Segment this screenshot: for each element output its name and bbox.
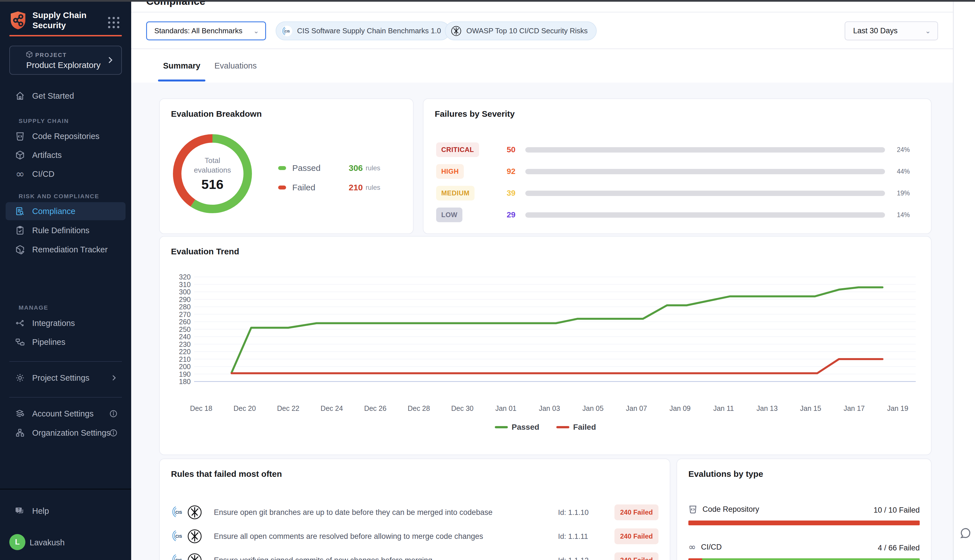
- card-title: Evaluation Trend: [171, 247, 239, 256]
- help-chat-icon: ?: [15, 506, 25, 516]
- svg-text:280: 280: [179, 303, 191, 311]
- section-risk-compliance: RISK AND COMPLIANCE: [18, 193, 99, 200]
- donut-center-line2: evaluations: [194, 165, 231, 175]
- passed-swatch: [278, 166, 286, 170]
- severity-percent: 24%: [897, 146, 910, 154]
- severity-badge: CRITICAL: [436, 142, 479, 157]
- evaluations-by-type-card: Evalutions by type Code Repository 10 / …: [676, 458, 932, 560]
- info-icon[interactable]: [109, 410, 118, 418]
- svg-text:250: 250: [179, 325, 191, 333]
- code-repository-icon: [688, 505, 698, 514]
- svg-text:CIS: CIS: [285, 30, 290, 33]
- legend-passed-row: Passed 306 rules: [278, 163, 380, 173]
- severity-badge: MEDIUM: [436, 186, 474, 200]
- main-content: Compliance Standards: All Benchmarks ⌄ C…: [131, 0, 953, 560]
- svg-text:Dec 20: Dec 20: [234, 404, 256, 412]
- infinity-icon: ∞: [15, 168, 25, 179]
- sidebar-item-help[interactable]: ? Help: [6, 502, 125, 520]
- svg-text:Jan 19: Jan 19: [887, 404, 908, 412]
- sidebar-item-label: Get Started: [32, 92, 74, 101]
- sidebar-item-artifacts[interactable]: Artifacts: [6, 146, 125, 164]
- sidebar-item-label: Integrations: [32, 318, 75, 328]
- sidebar-item-compliance[interactable]: Compliance: [6, 202, 125, 220]
- sidebar-item-get-started[interactable]: Get Started: [6, 87, 125, 105]
- failed-count-badge: 240 Failed: [614, 552, 658, 560]
- tab-summary[interactable]: Summary: [163, 49, 200, 83]
- user-avatar[interactable]: L: [9, 534, 25, 550]
- rule-row[interactable]: CIS Ensure verifying signed commits of n…: [171, 549, 658, 560]
- type-failed-value: 4 / 66 Failed: [878, 543, 920, 552]
- svg-text:210: 210: [179, 355, 191, 363]
- sidebar-item-label: Compliance: [32, 207, 75, 216]
- type-row-cicd: ∞ CI/CD: [688, 543, 722, 552]
- svg-text:Jan 09: Jan 09: [669, 404, 691, 412]
- filter-toolbar: Standards: All Benchmarks ⌄ CIS CIS Soft…: [131, 12, 953, 49]
- rule-text: Ensure open git branches are up to date …: [208, 508, 558, 517]
- svg-text:CIS: CIS: [175, 534, 182, 538]
- layers-gear-icon: [15, 409, 25, 418]
- svg-text:Dec 26: Dec 26: [364, 404, 387, 412]
- evaluation-donut-chart: Total evaluations 516: [172, 133, 253, 215]
- info-icon[interactable]: [109, 428, 118, 437]
- sidebar-item-remediation-tracker[interactable]: Remediation Tracker: [6, 240, 125, 258]
- legend-unit: rules: [366, 183, 380, 192]
- sidebar-item-label: Account Settings: [32, 409, 93, 418]
- tab-label: Summary: [163, 61, 200, 70]
- sidebar-divider: [9, 361, 122, 362]
- svg-text:270: 270: [179, 310, 191, 318]
- clipboard-check-icon: [15, 226, 25, 235]
- severity-bar-track: [525, 212, 885, 218]
- chat-bubble-icon[interactable]: [958, 527, 972, 540]
- owasp-logo-icon: [187, 505, 202, 520]
- app-grid-icon[interactable]: [108, 17, 119, 28]
- rules-failed-card: Rules that failed most often CIS Ensure …: [159, 458, 670, 560]
- sidebar-item-label: Help: [32, 507, 49, 516]
- sidebar-item-organization-settings[interactable]: Organization Settings: [6, 424, 125, 442]
- svg-text:Dec 22: Dec 22: [277, 404, 299, 412]
- sidebar-item-cicd[interactable]: ∞ CI/CD: [6, 165, 125, 183]
- tab-evaluations[interactable]: Evaluations: [214, 49, 257, 83]
- section-supply-chain: SUPPLY CHAIN: [18, 118, 69, 124]
- svg-text:Dec 24: Dec 24: [321, 404, 343, 412]
- cis-logo-icon: CIS: [281, 25, 292, 37]
- severity-row-high: HIGH 92 44%: [436, 162, 918, 180]
- rule-icons: CIS: [171, 527, 208, 545]
- active-tab-underline: [158, 80, 205, 82]
- filter-chip-label: OWASP Top 10 CI/CD Security Risks: [466, 27, 588, 35]
- severity-row-low: LOW 29 14%: [436, 206, 918, 224]
- type-result-bar: [688, 520, 920, 525]
- sidebar-item-code-repositories[interactable]: Code Repositories: [6, 127, 125, 145]
- legend-failed-row: Failed 210 rules: [278, 183, 380, 192]
- standards-dropdown-value: Standards: All Benchmarks: [154, 27, 242, 35]
- owasp-logo-icon: [187, 528, 202, 544]
- brand: Supply Chain Security: [9, 10, 87, 30]
- org-chart-icon: [15, 428, 25, 438]
- project-selector[interactable]: PROJECT Product Exploratory: [9, 46, 122, 75]
- severity-bar-track: [525, 147, 885, 153]
- legend-label: Failed: [292, 183, 349, 192]
- sidebar-item-pipelines[interactable]: Pipelines: [6, 333, 125, 351]
- trend-legend: Passed Failed: [160, 423, 931, 432]
- severity-badge: LOW: [436, 208, 462, 222]
- home-icon: [15, 91, 25, 101]
- sidebar-item-rule-definitions[interactable]: Rule Definitions: [6, 222, 125, 239]
- sidebar-accent-line: [9, 35, 122, 37]
- filter-chip-cis[interactable]: CIS CIS Software Supply Chain Benchmarks…: [275, 22, 450, 40]
- rule-row[interactable]: CIS Ensure all open comments are resolve…: [171, 525, 658, 548]
- window-top-edge: [0, 0, 975, 2]
- type-label: Code Repository: [703, 505, 759, 514]
- svg-text:Jan 11: Jan 11: [713, 404, 734, 412]
- user-name[interactable]: Lavakush: [30, 538, 65, 547]
- sidebar-item-project-settings[interactable]: Project Settings: [6, 369, 125, 387]
- failed-count-badge: 240 Failed: [614, 505, 658, 520]
- content-right-divider: [953, 2, 953, 560]
- sidebar-item-account-settings[interactable]: Account Settings: [6, 405, 125, 423]
- filter-chip-owasp[interactable]: OWASP Top 10 CI/CD Security Risks: [445, 22, 597, 40]
- chevron-right-icon: [110, 374, 118, 382]
- sidebar-item-integrations[interactable]: Integrations: [6, 314, 125, 332]
- standards-dropdown[interactable]: Standards: All Benchmarks ⌄: [146, 22, 266, 40]
- type-result-bar: [688, 558, 920, 560]
- rule-row[interactable]: CIS Ensure open git branches are up to d…: [171, 501, 658, 523]
- cis-logo-icon: CIS: [171, 505, 185, 519]
- date-range-dropdown[interactable]: Last 30 Days ⌄: [845, 22, 938, 40]
